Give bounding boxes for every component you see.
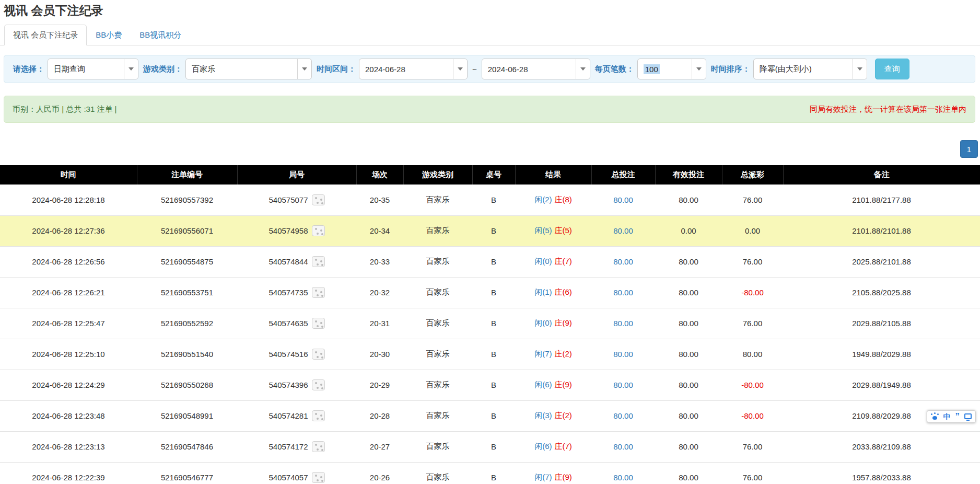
page-1-button[interactable]: 1 [960,140,978,158]
game-type: 百家乐 [403,308,472,339]
session: 20-33 [356,246,403,277]
round-cell: 540574172 [237,431,356,462]
round-number: 540574735 [269,288,308,297]
query-type-select[interactable]: 日期查询 [48,59,138,79]
total-bet-link[interactable]: 80.00 [613,350,633,359]
dice-icon[interactable] [312,379,325,390]
col-header-total-bet: 总投注 [591,165,655,185]
caret-down-icon[interactable] [453,59,467,79]
total-bet-link[interactable]: 80.00 [613,442,633,451]
date-from-input[interactable]: 2024-06-28 [359,59,468,79]
tab-bb-tips[interactable]: BB小费 [87,25,131,45]
total-bet-link[interactable]: 80.00 [613,381,633,389]
table-number: B [472,431,515,462]
result-cell: 闲(0)庄(9) [515,308,591,339]
total-bet-link[interactable]: 80.00 [613,411,633,420]
round-cell: 540574735 [237,277,356,308]
dice-icon[interactable] [312,287,325,298]
total-bet-cell: 80.00 [591,400,655,431]
col-header-session: 场次 [356,165,403,185]
dice-icon[interactable] [312,225,325,236]
result-banker: 庄(7) [555,442,572,451]
total-bet-link[interactable]: 80.00 [613,257,633,266]
payout: -80.00 [722,277,783,308]
tabs: 视讯 会员下注纪录 BB小费 BB视讯积分 [0,25,980,45]
tab-betting-records[interactable]: 视讯 会员下注纪录 [4,25,87,45]
search-button[interactable]: 查询 [875,59,909,79]
table-row: 2024-06-28 12:24:29 521690550268 5405743… [0,370,980,400]
total-bet-link[interactable]: 80.00 [613,319,633,328]
result-player: 闲(3) [534,411,552,420]
result-banker: 庄(7) [555,257,572,266]
time-sort-select[interactable]: 降幂(由大到小) [753,59,867,79]
game-type-select[interactable]: 百家乐 [185,59,312,79]
valid-bet: 80.00 [655,339,722,370]
date-to-input[interactable]: 2024-06-28 [482,59,590,79]
dice-icon[interactable] [312,349,325,360]
caret-down-icon[interactable] [297,59,311,79]
round-number: 540574958 [269,226,308,235]
total-bet-link[interactable]: 80.00 [613,288,633,297]
bet-number: 521690552592 [137,308,237,339]
tab-bb-points[interactable]: BB视讯积分 [131,25,190,45]
game-type-value: 百家乐 [186,59,297,79]
round-cell: 540574635 [237,308,356,339]
game-type: 百家乐 [403,400,472,431]
dice-icon[interactable] [312,472,325,483]
filter-bar: 请选择： 日期查询 游戏类别： 百家乐 时间区间： 2024-06-28 ~ 2… [4,55,975,83]
date-range-label: 时间区间： [317,64,356,74]
table-row: 2024-06-28 12:23:13 521690547846 5405741… [0,431,980,462]
caret-down-icon[interactable] [124,59,138,79]
paw-icon[interactable] [931,413,939,420]
monitor-icon[interactable] [964,413,972,419]
valid-bet: 80.00 [655,400,722,431]
quote-icon[interactable]: ” [955,413,960,419]
remark-cell: 2029.88/1949.88 [783,370,980,400]
page-size-input[interactable]: 100 [637,59,706,79]
bet-number: 521690554875 [137,246,237,277]
dice-icon[interactable] [312,256,325,267]
session: 20-31 [356,308,403,339]
result-banker: 庄(6) [555,287,572,296]
page-title: 视讯 会员下注纪录 [0,0,980,18]
total-bet-link[interactable]: 80.00 [613,226,633,235]
summary-bar: 币别：人民币 | 总共 :31 注单 | 同局有效投注，统一计算在该局第一张注单… [4,96,975,123]
valid-bet: 80.00 [655,246,722,277]
round-cell: 540574958 [237,215,356,246]
bet-time: 2024-06-28 12:24:29 [0,370,137,400]
bet-time: 2024-06-28 12:23:48 [0,400,137,431]
remark: 2101.88/2177.88 [852,195,911,204]
table-number: B [472,215,515,246]
round-cell: 540574516 [237,339,356,370]
caret-down-icon[interactable] [576,59,590,79]
dice-icon[interactable] [312,441,325,452]
payout: 76.00 [722,308,783,339]
session: 20-27 [356,431,403,462]
bet-number: 521690546777 [137,462,237,484]
result-player: 闲(1) [534,287,552,296]
time-sort-label: 时间排序： [711,64,750,74]
dice-icon[interactable] [312,318,325,329]
col-header-round-number: 局号 [237,165,356,185]
total-bet-link[interactable]: 80.00 [613,195,633,204]
payout: 76.00 [722,185,783,215]
time-sort-value: 降幂(由大到小) [754,59,853,79]
query-type-value: 日期查询 [48,59,124,79]
bet-table: 时间 注单编号 局号 场次 游戏类别 桌号 结果 总投注 有效投注 总派彩 备注… [0,165,980,484]
chinese-translate-icon[interactable]: 中 [943,412,951,420]
result-cell: 闲(6)庄(7) [515,431,591,462]
round-number: 540574172 [269,442,308,451]
dice-icon[interactable] [312,194,325,205]
session: 20-29 [356,370,403,400]
query-type-label: 请选择： [13,64,44,74]
total-bet-link[interactable]: 80.00 [613,473,633,482]
game-type: 百家乐 [403,277,472,308]
round-number: 540574281 [269,411,308,420]
game-type: 百家乐 [403,370,472,400]
remark: 2025.88/2101.88 [852,257,911,266]
caret-down-icon[interactable] [853,59,867,79]
caret-down-icon[interactable] [692,59,706,79]
dice-icon[interactable] [312,410,325,421]
remark: 1957.88/2033.88 [852,473,911,482]
total-bet-cell: 80.00 [591,431,655,462]
